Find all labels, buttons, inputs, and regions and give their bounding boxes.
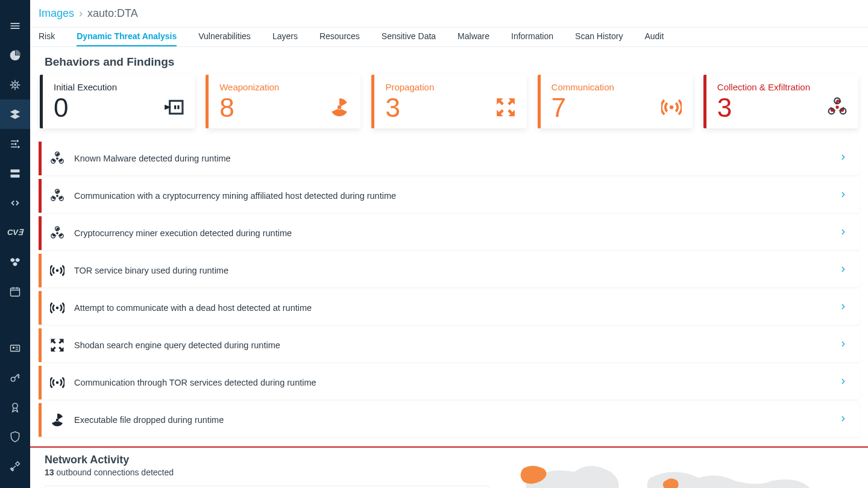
finding-label: Shodan search engine query detected duri… [74, 340, 839, 350]
calendar-icon [9, 286, 21, 298]
finding-row[interactable]: TOR service binary used during runtime [39, 254, 860, 287]
helm-icon [9, 79, 21, 91]
svg-point-2 [17, 140, 19, 142]
tools-icon [9, 460, 21, 472]
sidebar-policies[interactable] [0, 129, 30, 158]
sidebar-containers[interactable] [0, 70, 30, 99]
tab-malware[interactable]: Malware [458, 28, 489, 46]
tab-resources[interactable]: Resources [319, 28, 360, 46]
svg-rect-6 [11, 174, 20, 177]
tab-audit[interactable]: Audit [644, 28, 664, 46]
svg-point-3 [14, 143, 16, 145]
network-count-suffix: outbound connections detected [54, 468, 174, 477]
radiation-icon [49, 411, 66, 428]
broadcast-icon [49, 299, 66, 316]
world-map[interactable]: Romania [502, 454, 854, 488]
chevron-right-icon [839, 190, 848, 201]
card-weaponization[interactable]: Weaponization8 [206, 75, 360, 128]
finding-label: Known Malware detected during runtime [74, 154, 839, 163]
tab-information[interactable]: Information [511, 28, 553, 46]
finding-row[interactable]: Communication through TOR services detec… [39, 366, 860, 399]
expand-icon [495, 97, 516, 120]
sidebar-card[interactable] [0, 333, 30, 363]
broadcast-icon [49, 374, 66, 391]
finding-row[interactable]: Attempt to communicate with a dead host … [39, 291, 860, 325]
sidebar-images[interactable] [0, 99, 30, 129]
sidebar-code[interactable] [0, 188, 30, 217]
svg-rect-7 [11, 288, 20, 296]
tab-sensitive-data[interactable]: Sensitive Data [382, 28, 436, 46]
execution-icon [163, 97, 184, 120]
sidebar-tools[interactable] [0, 451, 30, 481]
breadcrumb-current: xauto:DTA [87, 7, 138, 20]
tabs: RiskDynamic Threat AnalysisVulnerabiliti… [30, 28, 868, 47]
finding-label: TOR service binary used during runtime [74, 266, 839, 275]
tab-dynamic-threat-analysis[interactable]: Dynamic Threat Analysis [77, 28, 177, 46]
card-collection-exfiltration[interactable]: Collection & Exfiltration3 [703, 75, 858, 128]
tab-scan-history[interactable]: Scan History [575, 28, 623, 46]
key-icon [9, 372, 21, 384]
biohazard-icon [49, 150, 66, 167]
tab-vulnerabilities[interactable]: Vulnerabilities [198, 28, 251, 46]
finding-row[interactable]: Shodan search engine query detected duri… [39, 328, 860, 362]
hexagons-icon [9, 256, 21, 268]
card-title: Collection & Exfiltration [717, 82, 848, 92]
biohazard-icon [827, 97, 848, 120]
tab-layers[interactable]: Layers [272, 28, 298, 46]
chevron-right-icon [839, 377, 848, 388]
svg-rect-8 [11, 345, 20, 351]
finding-row[interactable]: Cryptocurrency miner execution detected … [39, 216, 860, 250]
finding-label: Communication with a cryptocurrency mini… [74, 191, 839, 201]
network-count: 13 [45, 468, 54, 477]
chevron-right-icon [839, 340, 848, 351]
biohazard-icon [49, 187, 66, 204]
card-title: Weaponization [219, 82, 350, 92]
sidebar-shield[interactable] [0, 422, 30, 451]
card-initial-execution[interactable]: Initial Execution0 [40, 75, 195, 128]
card-communication[interactable]: Communication7 [538, 75, 693, 128]
sidebar-hex[interactable] [0, 247, 30, 277]
broadcast-icon [49, 262, 66, 279]
layers-icon [9, 108, 21, 120]
findings-list: Known Malware detected during runtimeCom… [30, 134, 868, 444]
card-propagation[interactable]: Propagation3 [371, 75, 526, 128]
card-title: Communication [552, 82, 682, 92]
section-title-network: Network Activity [45, 454, 489, 466]
map-svg [502, 454, 854, 488]
sidebar-calendar[interactable] [0, 277, 30, 306]
sidebar-keys[interactable] [0, 363, 30, 392]
svg-point-10 [11, 377, 15, 381]
chevron-right-icon [839, 414, 848, 425]
svg-point-4 [17, 146, 19, 148]
server-icon [9, 167, 21, 180]
svg-point-1 [14, 84, 16, 86]
sidebar-dashboard[interactable] [0, 40, 30, 70]
id-card-icon [9, 342, 21, 354]
svg-point-11 [13, 403, 17, 408]
sidebar-badge[interactable] [0, 392, 30, 422]
breadcrumb-root[interactable]: Images [39, 7, 74, 20]
network-subtitle: 13 outbound connections detected [45, 468, 489, 477]
section-title-behaviors: Behaviors and Findings [30, 47, 868, 75]
sidebar-servers[interactable] [0, 158, 30, 188]
chevron-right-icon: › [79, 7, 83, 20]
radiation-icon [329, 97, 350, 120]
chevron-right-icon [839, 265, 848, 276]
badge-icon [9, 401, 21, 413]
network-table: Destination address Country 104.26.8.142… [45, 486, 489, 488]
breadcrumb: Images › xauto:DTA [30, 0, 868, 28]
finding-row[interactable]: Known Malware detected during runtime [39, 142, 860, 175]
finding-label: Communication through TOR services detec… [74, 378, 839, 387]
finding-row[interactable]: Communication with a cryptocurrency mini… [39, 179, 860, 213]
hamburger-icon [9, 20, 21, 32]
sidebar-toggle[interactable] [0, 11, 30, 40]
finding-label: Executable file dropped during runtime [74, 415, 839, 425]
sliders-icon [9, 138, 21, 150]
sidebar-cve[interactable]: CVƎ [0, 217, 30, 247]
finding-row[interactable]: Executable file dropped during runtime [39, 403, 860, 437]
biohazard-icon [49, 225, 66, 242]
card-title: Propagation [385, 82, 515, 92]
svg-point-9 [13, 346, 14, 348]
tab-risk[interactable]: Risk [39, 28, 55, 46]
finding-label: Cryptocurrency miner execution detected … [74, 228, 839, 238]
